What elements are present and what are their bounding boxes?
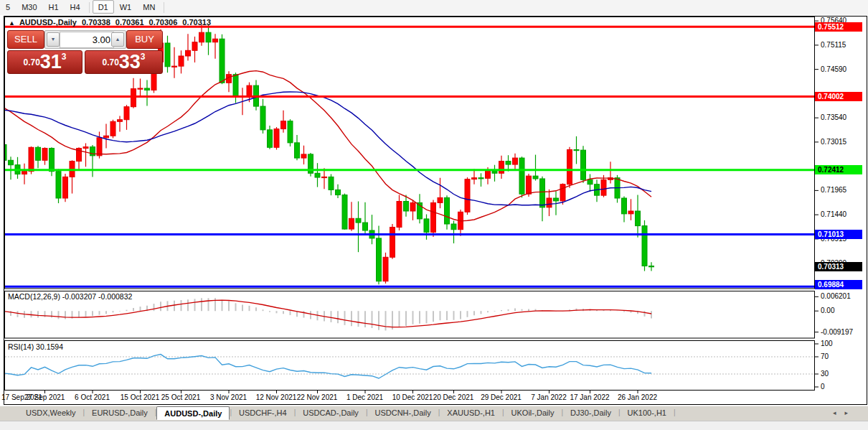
chart-tab-usdchf-h4[interactable]: USDCHF-,H4	[232, 406, 294, 419]
date-axis-label: 26 Jan 2022	[618, 393, 657, 401]
chart-tab-usdcnh-daily[interactable]: USDCNH-,Daily	[367, 406, 438, 419]
level-price-badge: 0.71013	[815, 230, 862, 239]
buy-price-prefix: 0.70	[102, 57, 118, 67]
date-axis-label: 1 Dec 2021	[346, 393, 383, 401]
chart-tab-usdx-weekly[interactable]: USDX,Weekly	[19, 406, 82, 419]
date-axis-label: 25 Oct 2021	[161, 393, 200, 401]
rsi-axis-tick: 70	[821, 352, 829, 360]
volume-increase-button[interactable]: ▲	[111, 32, 124, 47]
level-price-badge: 0.75512	[815, 22, 862, 32]
macd-label: MACD(12,26,9) -0.003207 -0.000832	[8, 292, 132, 301]
price-axis-tick: 0.75115	[821, 41, 846, 49]
tab-scroll-arrows: ◂▸	[824, 409, 848, 416]
macd-axis-tick: 0.006201	[821, 292, 851, 300]
chart-tab-usdcad-daily[interactable]: USDCAD-,Daily	[296, 406, 366, 419]
buy-price-button[interactable]: 0.70333	[85, 50, 163, 74]
chart-tab-ukoil-daily[interactable]: UKOil-,Daily	[504, 406, 562, 419]
mt4-window: 5M30H1H4D1W1MN ▲AUDUSD-,Daily0.703380.70…	[0, 0, 868, 430]
current-price-badge: 0.70313	[815, 262, 862, 271]
chart-tab-uk100-h1[interactable]: UK100-,H1	[621, 406, 674, 419]
date-axis-label: 17 Jan 2022	[570, 393, 609, 401]
volume-input[interactable]: 3.00	[60, 32, 114, 48]
price-axis-tick: 0.71965	[821, 186, 846, 194]
chart-tab-bar: USDX,Weekly|EURUSD-,Daily|AUDUSD-,Daily|…	[0, 406, 868, 421]
sell-price-pip: 3	[62, 52, 67, 62]
tab-separator: |	[674, 406, 676, 416]
date-axis-label: 22 Nov 2021	[297, 393, 338, 401]
rsi-axis-tick: 100	[821, 340, 833, 347]
sell-price-button[interactable]: 0.70313	[7, 50, 82, 74]
rsi-label: RSI(14) 30.1594	[8, 342, 63, 351]
date-axis-label: 29 Dec 2021	[481, 393, 522, 401]
tab-scroll-left-icon[interactable]: ◂	[833, 409, 836, 416]
level-price-badge: 0.72412	[815, 165, 862, 174]
price-axis-tick: 0.73015	[821, 138, 846, 146]
chart-symbol-label: AUDUSD-,Daily	[19, 18, 77, 27]
ohlc-open: 0.70338	[82, 18, 110, 27]
buy-button[interactable]: BUY	[126, 30, 163, 49]
level-price-badge: 0.74002	[815, 92, 862, 101]
chart-tab-audusd-daily[interactable]: AUDUSD-,Daily	[156, 406, 230, 420]
date-axis-label: 12 Nov 2021	[256, 393, 297, 401]
status-bar	[0, 421, 868, 430]
date-axis-label: 27 Sep 2021	[24, 393, 65, 401]
price-axis-tick: 0.71440	[821, 210, 846, 218]
macd-axis-tick: 0.00	[821, 307, 834, 314]
rsi-axis-tick: 0	[821, 383, 825, 391]
sell-price-main: 31	[40, 51, 62, 73]
volume-spinner: ▼ 3.00 ▲	[44, 30, 126, 49]
date-axis-label: 10 Dec 2021	[392, 393, 433, 401]
price-axis-tick: 0.74590	[821, 65, 846, 73]
chart-tab-eurusd-daily[interactable]: EURUSD-,Daily	[85, 406, 155, 419]
rsi-axis-tick: 30	[821, 370, 829, 378]
one-click-trade-panel: SELL ▼ 3.00 ▲ BUY 0.70313 0.70333	[7, 30, 161, 73]
chart-tab-xauusd-h1[interactable]: XAUUSD-,H1	[440, 406, 502, 419]
tab-scroll-right-icon[interactable]: ▸	[844, 409, 848, 416]
price-axis-tick: 0.73540	[821, 113, 846, 121]
macd-axis-tick: -0.009197	[821, 328, 853, 336]
level-price-badge: 0.69884	[815, 280, 862, 289]
sell-button[interactable]: SELL	[7, 30, 44, 49]
date-axis-label: 15 Oct 2021	[121, 393, 159, 401]
date-axis-label: 20 Dec 2021	[433, 393, 474, 401]
buy-price-main: 33	[119, 51, 141, 73]
chart-tab-dj30-daily[interactable]: DJ30-,Daily	[563, 406, 618, 419]
panel-collapse-icon[interactable]: ▲	[9, 19, 15, 27]
sell-price-prefix: 0.70	[23, 57, 39, 67]
volume-decrease-button[interactable]: ▼	[47, 32, 60, 47]
ohlc-close: 0.70313	[182, 18, 211, 27]
buy-price-pip: 3	[141, 52, 146, 62]
ohlc-high: 0.70361	[115, 18, 144, 27]
date-axis-label: 7 Jan 2022	[531, 393, 567, 401]
date-axis-label: 3 Nov 2021	[210, 393, 247, 401]
chart-header: ▲AUDUSD-,Daily0.703380.703610.703060.703…	[9, 18, 216, 27]
ohlc-low: 0.70306	[149, 18, 178, 27]
date-axis-label: 6 Oct 2021	[75, 393, 110, 401]
